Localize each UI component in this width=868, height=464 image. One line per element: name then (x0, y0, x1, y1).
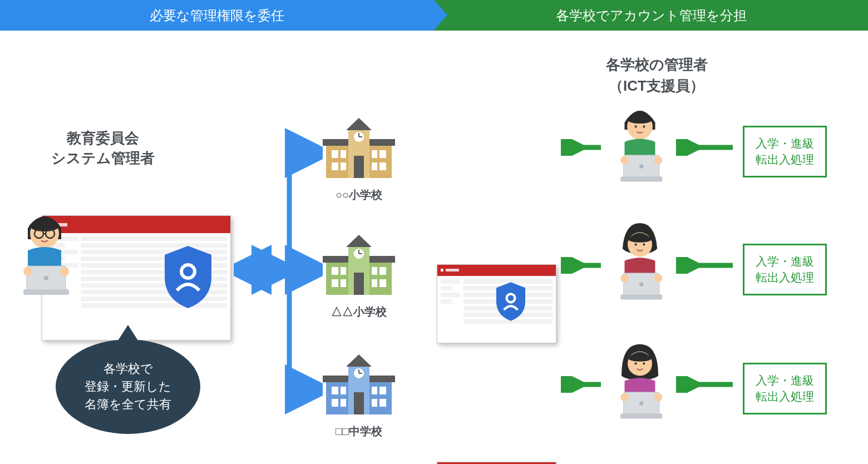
green-arrow-2b (676, 257, 737, 274)
school-admin-label: 各学校の管理者 （ICT支援員） (579, 55, 734, 96)
svg-point-93 (620, 393, 629, 402)
bubble-line3: 名簿を全て共有 (85, 396, 171, 413)
svg-marker-18 (346, 118, 372, 130)
admin-person-icon (11, 206, 78, 295)
school-building-icon (323, 234, 395, 298)
admin-label-line2: システム管理者 (22, 148, 184, 168)
svg-rect-25 (341, 150, 346, 158)
task-line2: 転出入処理 (756, 151, 814, 167)
school-2-name: △△小学校 (323, 304, 395, 319)
person-icon (609, 337, 670, 421)
svg-point-77 (635, 243, 637, 245)
svg-rect-27 (372, 150, 377, 158)
green-arrow-3 (561, 376, 605, 393)
svg-point-5 (44, 276, 48, 280)
school-admin-line2: （ICT支援員） (579, 76, 734, 97)
svg-rect-61 (379, 387, 386, 394)
admin-label: 教育委員会 システム管理者 (22, 128, 184, 169)
svg-rect-70 (620, 176, 662, 181)
school-building-icon (323, 353, 395, 417)
svg-point-66 (635, 125, 637, 127)
svg-point-80 (639, 282, 643, 286)
svg-rect-24 (332, 162, 338, 170)
shield-icon (160, 244, 216, 310)
svg-point-71 (620, 156, 629, 165)
bubble-line1: 各学校で (85, 360, 171, 378)
school-1-name: ○○小学校 (323, 187, 395, 203)
taskbox-1: 入学・進級 転出入処理 (743, 126, 827, 177)
banner-distribute-text: 各学校でアカウント管理を分担 (556, 7, 747, 24)
school-building-icon (323, 117, 395, 181)
taskbox-2: 入学・進級 転出入処理 (743, 244, 827, 295)
svg-point-8 (60, 267, 69, 276)
svg-rect-45 (379, 267, 386, 275)
svg-point-88 (635, 362, 637, 364)
svg-rect-40 (332, 279, 338, 287)
green-arrow-1 (561, 139, 605, 156)
svg-rect-38 (354, 273, 364, 295)
svg-marker-50 (346, 354, 372, 367)
svg-rect-28 (372, 162, 377, 170)
svg-rect-59 (372, 387, 377, 394)
svg-rect-39 (332, 267, 338, 275)
school-3: □□中学校 (323, 353, 395, 439)
bubble-line2: 登録・更新した (85, 378, 171, 396)
header: 必要な管理権限を委任 各学校でアカウント管理を分担 (0, 0, 868, 31)
svg-rect-23 (332, 150, 338, 158)
svg-rect-58 (341, 399, 346, 407)
svg-point-69 (639, 164, 643, 168)
banner-delegate-text: 必要な管理権限を委任 (150, 7, 284, 24)
person-icon (609, 218, 670, 302)
svg-rect-57 (341, 387, 346, 394)
svg-rect-29 (379, 150, 386, 158)
svg-rect-41 (341, 267, 346, 275)
svg-point-89 (643, 362, 645, 364)
admin-label-line1: 教育委員会 (22, 128, 184, 148)
svg-rect-55 (332, 387, 338, 394)
school-person-1 (609, 100, 670, 186)
task-line1: 入学・進級 (756, 135, 814, 151)
task-line2: 転出入処理 (756, 269, 814, 285)
green-arrow-2 (561, 257, 605, 274)
school-person-3 (609, 337, 670, 423)
task-line1: 入学・進級 (756, 372, 814, 388)
blue-arrows (234, 111, 323, 423)
svg-rect-26 (341, 162, 346, 170)
admin-person (11, 206, 78, 297)
school-3-name: □□中学校 (323, 424, 395, 439)
school-admin-line1: 各学校の管理者 (579, 55, 734, 76)
admin-bubble: 各学校で 登録・更新した 名簿を全て共有 (56, 339, 200, 434)
svg-rect-56 (332, 399, 338, 407)
svg-rect-46 (379, 279, 386, 287)
svg-point-67 (643, 125, 645, 127)
school-panel-1 (437, 264, 556, 343)
svg-point-78 (643, 243, 645, 245)
shield-icon (494, 280, 528, 323)
school-2: △△小学校 (323, 234, 395, 319)
school-1: ○○小学校 (323, 117, 395, 203)
school-panel-2 (437, 462, 556, 464)
svg-point-72 (654, 156, 663, 165)
green-arrow-1b (676, 139, 737, 156)
svg-rect-6 (23, 289, 69, 295)
school-person-2 (609, 218, 670, 304)
banner-delegate: 必要な管理権限を委任 (0, 0, 434, 31)
svg-rect-42 (341, 279, 346, 287)
green-arrow-3b (676, 376, 737, 393)
svg-rect-60 (372, 399, 377, 407)
svg-rect-81 (620, 294, 662, 299)
svg-point-91 (639, 401, 643, 405)
svg-rect-62 (379, 399, 386, 407)
svg-point-82 (620, 274, 629, 283)
person-icon (609, 100, 670, 184)
svg-rect-44 (372, 279, 377, 287)
svg-rect-30 (379, 162, 386, 170)
svg-point-7 (23, 267, 32, 276)
task-line1: 入学・進級 (756, 253, 814, 269)
svg-rect-22 (354, 156, 364, 178)
task-line2: 転出入処理 (756, 388, 814, 404)
svg-rect-54 (354, 392, 364, 414)
svg-rect-43 (372, 267, 377, 275)
banner-distribute: 各学校でアカウント管理を分担 (434, 0, 868, 31)
taskbox-3: 入学・進級 転出入処理 (743, 363, 827, 414)
